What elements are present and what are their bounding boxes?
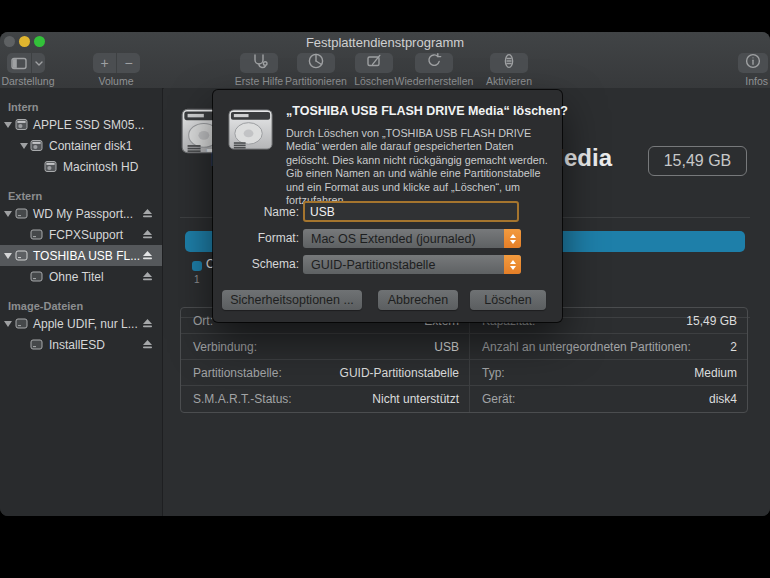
restore-label: Wiederherstellen [389,75,479,87]
add-volume-button[interactable]: + [93,53,116,73]
mount-label: Aktivieren [469,75,549,87]
info-label: Ort: [193,314,213,328]
sidebar-item-label: Macintosh HD [63,160,138,174]
sidebar-view-icon [7,53,31,73]
sidebar-item-toshiba-usb[interactable]: TOSHIBA USB FL... [0,245,162,266]
remove-volume-button[interactable]: − [116,53,140,73]
hard-disk-icon [227,106,274,157]
partition-pie-icon [307,52,325,74]
table-row: S.M.A.R.T.-Status: Nicht unterstützt [181,386,469,412]
sidebar-item-container-disk1[interactable]: Container disk1 [0,135,162,156]
sidebar-item-ohne-titel[interactable]: Ohne Titel [0,266,162,287]
table-row: Typ: Medium [470,360,747,386]
sidebar-item-installesd[interactable]: InstallESD [0,334,162,355]
info-value: USB [434,340,459,354]
table-row: Partitionstabelle: GUID-Partitionstabell… [181,360,469,386]
sidebar-item-wd-my-passport[interactable]: WD My Passport... [0,203,162,224]
first-aid-stethoscope-icon [250,52,268,74]
eject-icon[interactable] [142,250,153,261]
capacity-badge: 15,49 GB [648,146,747,176]
format-dropdown-value: Mac OS Extended (journaled) [311,232,476,246]
mount-button[interactable] [490,53,528,73]
disclosure-icon[interactable] [4,253,12,259]
external-disk-icon [30,338,43,354]
info-label: Anzahl an untergeordneten Partitionen: [482,340,691,354]
sidebar-item-label: APPLE SSD SM05... [33,118,144,132]
disclosure-icon[interactable] [20,143,28,149]
disk-info-table: Ort: Extern Verbindung: USB Partitionsta… [180,307,748,413]
window-title: Festplattendienstprogramm [0,35,770,50]
disclosure-icon[interactable] [4,122,12,128]
info-label: Verbindung: [193,340,257,354]
section-title: Image-Dateien [0,299,162,313]
sidebar-item-macintosh-hd[interactable]: Macintosh HD [0,156,162,177]
mount-capsule-icon [500,52,518,74]
external-disk-icon [30,228,43,244]
info-value: 2 [730,340,737,354]
legend-color-swatch [192,261,202,271]
section-title: Extern [0,189,162,203]
name-field-label: Name: [213,205,299,219]
view-button-label: Darstellung [0,75,56,87]
legend-capacity-fragment: 1 [194,274,200,285]
schema-field-label: Schema: [213,257,299,271]
format-dropdown[interactable]: Mac OS Extended (journaled) [303,229,521,248]
partition-button[interactable] [297,53,335,73]
external-disk-icon [30,270,43,286]
name-input[interactable] [303,201,519,222]
disclosure-icon[interactable] [4,211,12,217]
table-row: Verbindung: USB [181,334,469,360]
info-table-left-column: Ort: Extern Verbindung: USB Partitionsta… [181,308,469,412]
sidebar-item-label: InstallESD [49,338,105,352]
sidebar-item-label: WD My Passport... [33,207,133,221]
internal-disk-icon [44,160,57,176]
sidebar-item-fcpxsupport[interactable]: FCPXSupport [0,224,162,245]
info-label: Infos [718,75,770,87]
schema-dropdown[interactable]: GUID-Partitionstabelle [303,255,521,274]
sidebar-section-extern: Extern WD My Passport... FCPXSupport [0,189,162,287]
restore-counterclockwise-arrow-icon [425,52,443,74]
external-disk-icon [15,249,28,265]
dropdown-arrows-icon [504,255,521,274]
eject-icon[interactable] [142,229,153,240]
eject-icon[interactable] [142,339,153,350]
sidebar: Intern APPLE SSD SM05... Container disk1 [0,88,163,516]
info-button[interactable] [738,53,768,73]
first-aid-button[interactable] [240,53,278,73]
format-field-label: Format: [213,231,299,245]
disclosure-icon[interactable] [4,321,12,327]
erase-confirm-button[interactable]: Löschen [470,290,546,310]
sidebar-item-label: Ohne Titel [49,270,104,284]
sidebar-item-label: TOSHIBA USB FL... [33,249,140,263]
info-label: S.M.A.R.T.-Status: [193,392,292,406]
erase-button[interactable] [355,53,393,73]
external-disk-icon [15,207,28,223]
schema-dropdown-value: GUID-Partitionstabelle [311,258,435,272]
sidebar-section-image-dateien: Image-Dateien Apple UDIF, nur L... In [0,299,162,355]
volume-buttons-label: Volume [88,75,144,87]
info-value: Nicht unterstützt [372,392,459,406]
eject-icon[interactable] [142,318,153,329]
internal-disk-icon [15,118,28,134]
security-options-button[interactable]: Sicherheitsoptionen ... [222,290,362,310]
sidebar-item-apple-ssd[interactable]: APPLE SSD SM05... [0,114,162,135]
dialog-title: „TOSHIBA USB FLASH DRIVE Media“ löschen? [286,104,558,118]
view-button[interactable] [7,53,45,73]
sidebar-section-intern: Intern APPLE SSD SM05... Container disk1 [0,100,162,177]
eject-icon[interactable] [142,271,153,282]
sidebar-item-apple-udif[interactable]: Apple UDIF, nur L... [0,313,162,334]
sidebar-item-label: Container disk1 [49,139,132,153]
info-label: Typ: [482,366,505,380]
erase-pencil-square-icon [365,52,383,74]
eject-icon[interactable] [142,208,153,219]
info-value: 15,49 GB [686,314,737,328]
internal-disk-icon [30,139,43,155]
external-disk-icon [15,317,28,333]
info-value: Medium [694,366,737,380]
cancel-button[interactable]: Abbrechen [378,290,458,310]
section-title: Intern [0,100,162,114]
table-row: Gerät: disk4 [470,386,747,412]
info-value: GUID-Partitionstabelle [340,366,459,380]
sidebar-item-label: FCPXSupport [49,228,123,242]
restore-button[interactable] [415,53,453,73]
